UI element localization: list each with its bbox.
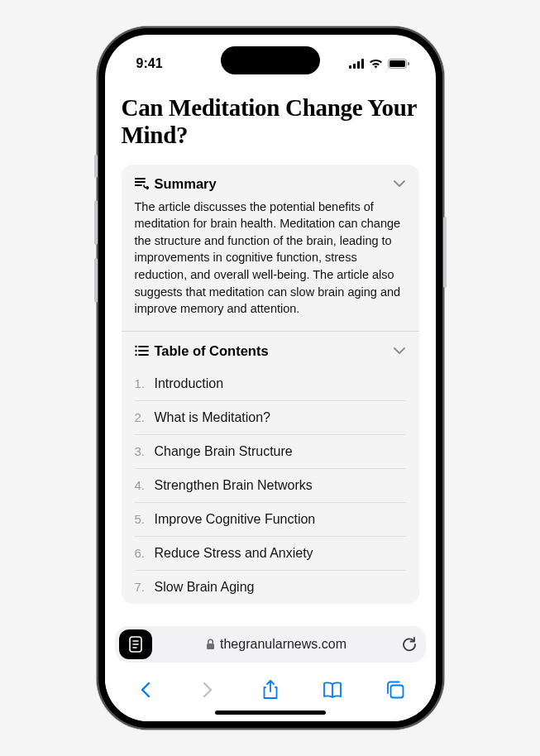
toc-icon (135, 345, 149, 356)
svg-point-7 (135, 346, 136, 347)
browser-chrome: thegranularnews.com (105, 626, 436, 721)
side-button (443, 217, 447, 288)
toc-label: Change Brain Structure (155, 444, 293, 459)
toolbar (115, 669, 426, 706)
battery-icon (388, 59, 409, 69)
toc-item[interactable]: 2.What is Meditation? (135, 401, 406, 435)
book-icon (323, 681, 342, 699)
svg-rect-1 (353, 64, 356, 69)
back-button[interactable] (133, 681, 158, 699)
chevron-right-icon (202, 681, 213, 699)
toc-number: 7. (135, 580, 148, 594)
volume-down-button (94, 258, 98, 303)
toc-label: Strengthen Brain Networks (155, 478, 313, 493)
status-indicators (349, 59, 409, 69)
summary-icon (135, 178, 149, 190)
toc-number: 1. (135, 376, 148, 390)
toc-label: What is Meditation? (155, 410, 271, 425)
toc-label: Improve Cognitive Function (155, 512, 316, 527)
toc-title: Table of Contents (155, 343, 269, 359)
forward-button[interactable] (195, 681, 220, 699)
toc-item[interactable]: 5.Improve Cognitive Function (135, 503, 406, 537)
share-button[interactable] (258, 679, 283, 701)
toc-number: 5. (135, 512, 148, 526)
toc-number: 2. (135, 410, 148, 424)
url-display: thegranularnews.com (159, 637, 394, 652)
toc-list: 1.Introduction 2.What is Meditation? 3.C… (122, 364, 419, 604)
reader-icon (129, 636, 142, 653)
article-title: Can Meditation Change Your Mind? (122, 94, 419, 150)
share-icon (262, 679, 279, 701)
phone-frame: 9:41 Can Meditation Change Your Mind? (97, 26, 444, 730)
reader-mode-button[interactable] (119, 629, 152, 659)
status-time: 9:41 (136, 56, 163, 71)
toc-header[interactable]: Table of Contents (122, 332, 419, 364)
svg-rect-2 (357, 61, 360, 69)
svg-rect-5 (389, 60, 405, 67)
reload-icon (401, 636, 418, 653)
toc-number: 3. (135, 444, 148, 458)
tabs-icon (386, 681, 404, 699)
dynamic-island (221, 46, 320, 74)
svg-point-9 (135, 354, 136, 356)
svg-rect-0 (349, 65, 351, 69)
svg-rect-11 (207, 644, 214, 649)
svg-rect-12 (390, 686, 403, 698)
toc-label: Slow Brain Aging (155, 580, 255, 595)
bookmarks-button[interactable] (320, 681, 345, 699)
page-content[interactable]: Can Meditation Change Your Mind? Summary… (105, 88, 436, 626)
reader-card: Summary The article discusses the potent… (122, 165, 419, 604)
svg-rect-3 (361, 59, 364, 69)
toc-item[interactable]: 1.Introduction (135, 367, 406, 401)
cellular-icon (349, 59, 364, 69)
summary-header[interactable]: Summary (122, 165, 419, 199)
toc-item[interactable]: 4.Strengthen Brain Networks (135, 469, 406, 503)
url-text: thegranularnews.com (220, 637, 346, 652)
home-indicator[interactable] (215, 711, 326, 715)
chevron-down-icon (393, 347, 406, 355)
tabs-button[interactable] (383, 681, 408, 699)
silent-switch (94, 155, 98, 178)
svg-rect-6 (408, 62, 409, 65)
toc-number: 4. (135, 478, 148, 492)
toc-item[interactable]: 3.Change Brain Structure (135, 435, 406, 469)
url-bar[interactable]: thegranularnews.com (115, 626, 426, 663)
toc-item[interactable]: 7.Slow Brain Aging (135, 571, 406, 604)
toc-number: 6. (135, 546, 148, 560)
toc-item[interactable]: 6.Reduce Stress and Anxiety (135, 537, 406, 571)
chevron-down-icon (393, 179, 406, 188)
summary-title: Summary (155, 176, 217, 192)
reload-button[interactable] (401, 636, 418, 653)
svg-point-8 (135, 350, 136, 352)
volume-up-button (94, 200, 98, 245)
wifi-icon (369, 59, 383, 69)
toc-label: Reduce Stress and Anxiety (155, 546, 313, 561)
summary-body: The article discusses the potential bene… (122, 199, 419, 331)
toc-label: Introduction (155, 376, 224, 391)
lock-icon (206, 639, 215, 650)
chevron-left-icon (140, 681, 151, 699)
screen: 9:41 Can Meditation Change Your Mind? (105, 35, 436, 721)
